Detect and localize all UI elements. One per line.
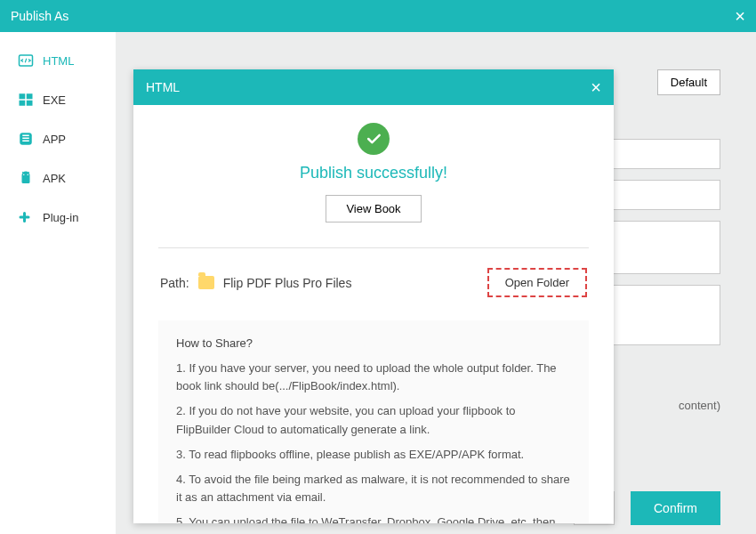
folder-icon [198, 276, 214, 289]
sidebar-item-plugin[interactable]: Plug-in [0, 198, 116, 237]
svg-rect-7 [22, 138, 29, 140]
titlebar: Publish As × [0, 0, 756, 32]
svg-rect-1 [20, 93, 26, 99]
svg-rect-8 [22, 141, 29, 142]
sidebar-item-label: APP [43, 133, 66, 146]
default-button[interactable]: Default [657, 69, 720, 95]
sidebar-item-label: HTML [43, 54, 74, 68]
svg-rect-6 [22, 135, 29, 137]
modal-title: HTML [146, 80, 180, 94]
sidebar-item-app[interactable]: APP [0, 119, 116, 158]
howto-title: How to Share? [176, 335, 571, 352]
path-info: Path: Flip PDF Plus Pro Files [160, 276, 351, 290]
view-book-button[interactable]: View Book [326, 195, 421, 222]
sidebar-item-html[interactable]: HTML [0, 41, 116, 80]
app-icon [18, 131, 34, 147]
sidebar-item-label: Plug-in [43, 211, 78, 224]
success-block: Publish successfully! View Book [158, 123, 589, 222]
window-title: Publish As [11, 9, 68, 23]
svg-rect-2 [27, 93, 33, 99]
howto-step: 2. If you do not have your website, you … [176, 402, 571, 438]
svg-point-10 [28, 174, 29, 176]
howto-step: 5. You can upload the file to WeTransfer… [176, 514, 571, 523]
path-row: Path: Flip PDF Plus Pro Files Open Folde… [158, 268, 589, 297]
svg-rect-4 [27, 101, 33, 106]
publish-success-modal: HTML × Publish successfully! View Book P… [133, 69, 614, 523]
exe-icon [18, 92, 34, 108]
howto-panel: How to Share? 1. If you have your server… [158, 320, 589, 523]
modal-header: HTML × [133, 69, 614, 105]
howto-step: 1. If you have your server, you need to … [176, 360, 571, 395]
modal-body: Publish successfully! View Book Path: Fl… [133, 105, 614, 523]
sidebar-item-apk[interactable]: APK [0, 158, 116, 198]
modal-close-icon[interactable]: × [591, 77, 601, 98]
open-folder-button[interactable]: Open Folder [487, 268, 587, 297]
sidebar-item-label: EXE [43, 93, 66, 107]
success-check-icon [358, 123, 390, 155]
plugin-icon [18, 209, 34, 225]
divider [158, 247, 589, 248]
howto-step: 4. To avoid the file being marked as mal… [176, 471, 571, 506]
close-icon[interactable]: × [735, 6, 745, 27]
apk-icon [18, 170, 34, 186]
sidebar: HTML EXE APP APK Plug-in [0, 32, 116, 534]
svg-point-9 [23, 174, 25, 176]
sidebar-item-exe[interactable]: EXE [0, 80, 116, 119]
path-value: Flip PDF Plus Pro Files [223, 276, 352, 290]
html-icon [18, 53, 34, 69]
success-message: Publish successfully! [158, 164, 589, 182]
sidebar-item-label: APK [43, 172, 66, 185]
confirm-button[interactable]: Confirm [631, 491, 720, 525]
howto-step: 3. To read flipbooks offline, please pub… [176, 446, 571, 464]
svg-rect-3 [20, 101, 26, 106]
path-label: Path: [160, 276, 189, 290]
